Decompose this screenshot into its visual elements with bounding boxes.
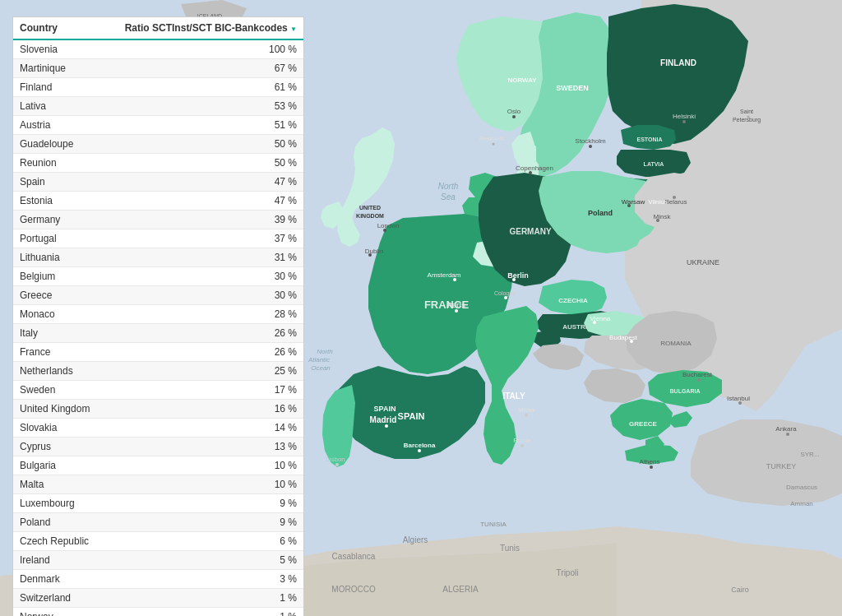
- table-cell-country: Cyprus: [13, 438, 104, 456]
- col-header-country[interactable]: Country: [13, 17, 104, 39]
- table-row: Portugal 37 %: [13, 229, 303, 248]
- svg-point-24: [589, 145, 592, 148]
- table-cell-ratio: 6 %: [104, 532, 303, 551]
- table-row: Reunion 50 %: [13, 154, 303, 173]
- table-row: Malta 10 %: [13, 475, 303, 494]
- table-cell-ratio: 16 %: [104, 400, 303, 419]
- svg-point-72: [747, 116, 750, 118]
- table-cell-ratio: 1 %: [104, 589, 303, 608]
- table-row: Slovakia 14 %: [13, 419, 303, 438]
- table-cell-country: Italy: [13, 324, 104, 343]
- table-row: Norway 1 %: [13, 608, 303, 617]
- table-cell-country: Estonia: [13, 192, 104, 211]
- table-row: Denmark 3 %: [13, 570, 303, 589]
- svg-point-58: [650, 465, 653, 469]
- table-row: Sweden 17 %: [13, 381, 303, 400]
- table-row: Estonia 47 %: [13, 192, 303, 211]
- table-row: France 26 %: [13, 343, 303, 362]
- table-cell-country: Poland: [13, 513, 104, 532]
- table-row: Netherlands 25 %: [13, 362, 303, 381]
- table-row: Monaco 28 %: [13, 305, 303, 324]
- svg-point-66: [385, 424, 388, 428]
- table-row: Guadeloupe 50 %: [13, 135, 303, 154]
- table-cell-country: Switzerland: [13, 589, 104, 608]
- data-table-container: Country Ratio SCTInst/SCT BIC-Bankcodes …: [12, 16, 304, 616]
- svg-point-40: [455, 309, 458, 313]
- table-cell-country: Germany: [13, 211, 104, 229]
- table-cell-ratio: 50 %: [104, 135, 303, 154]
- table-cell-country: France: [13, 343, 104, 362]
- table-cell-ratio: 47 %: [104, 192, 303, 211]
- svg-point-64: [418, 449, 421, 452]
- table-row: Ireland 5 %: [13, 551, 303, 570]
- table-cell-country: Netherlands: [13, 362, 104, 381]
- table-cell-ratio: 61 %: [104, 78, 303, 97]
- table-cell-ratio: 30 %: [104, 267, 303, 286]
- table-cell-ratio: 31 %: [104, 248, 303, 267]
- svg-point-28: [682, 120, 686, 123]
- table-row: Martinique 67 %: [13, 59, 303, 78]
- table-cell-country: Malta: [13, 475, 104, 494]
- col-ratio-label: Ratio SCTInst/SCT BIC-Bankcodes: [125, 22, 288, 34]
- table-cell-country: Norway: [13, 608, 104, 617]
- sort-arrow-icon: ▼: [290, 25, 297, 33]
- svg-point-62: [520, 444, 524, 447]
- table-cell-country: Reunion: [13, 154, 104, 173]
- table-cell-ratio: 47 %: [104, 173, 303, 192]
- table-cell-country: United Kingdom: [13, 400, 104, 419]
- svg-point-48: [673, 196, 676, 199]
- table-cell-country: Slovakia: [13, 419, 104, 438]
- table-cell-country: Finland: [13, 78, 104, 97]
- table-row: Switzerland 1 %: [13, 589, 303, 608]
- svg-point-54: [738, 401, 742, 405]
- svg-point-52: [697, 378, 701, 382]
- table-row: Bulgaria 10 %: [13, 456, 303, 475]
- table-cell-ratio: 26 %: [104, 343, 303, 362]
- svg-point-44: [627, 204, 631, 207]
- table-row: Slovenia 100 %: [13, 39, 303, 59]
- table-cell-country: Czech Republic: [13, 532, 104, 551]
- table-row: Germany 39 %: [13, 211, 303, 229]
- table-cell-ratio: 100 %: [104, 39, 303, 59]
- svg-point-68: [335, 463, 339, 466]
- table-row: Finland 61 %: [13, 78, 303, 97]
- table-row: Spain 47 %: [13, 173, 303, 192]
- table-row: Italy 26 %: [13, 324, 303, 343]
- table-cell-ratio: 25 %: [104, 362, 303, 381]
- table-cell-ratio: 13 %: [104, 438, 303, 456]
- table-cell-ratio: 10 %: [104, 456, 303, 475]
- table-cell-country: Guadeloupe: [13, 135, 104, 154]
- table-cell-ratio: 37 %: [104, 229, 303, 248]
- country-ratio-table: Country Ratio SCTInst/SCT BIC-Bankcodes …: [13, 17, 303, 616]
- table-row: Czech Republic 6 %: [13, 532, 303, 551]
- table-cell-country: Belgium: [13, 267, 104, 286]
- table-cell-country: Sweden: [13, 381, 104, 400]
- table-cell-country: Lithuania: [13, 248, 104, 267]
- table-row: Lativa 53 %: [13, 97, 303, 116]
- table-cell-country: Lativa: [13, 97, 104, 116]
- table-cell-country: Martinique: [13, 59, 104, 78]
- table-cell-country: Ireland: [13, 551, 104, 570]
- table-cell-country: Bulgaria: [13, 456, 104, 475]
- table-cell-ratio: 5 %: [104, 551, 303, 570]
- col-header-ratio[interactable]: Ratio SCTInst/SCT BIC-Bankcodes ▼: [104, 17, 303, 39]
- table-row: Cyprus 13 %: [13, 438, 303, 456]
- table-cell-ratio: 17 %: [104, 381, 303, 400]
- table-row: Belgium 30 %: [13, 267, 303, 286]
- svg-point-38: [504, 296, 507, 299]
- svg-point-22: [512, 115, 516, 118]
- table-cell-country: Luxembourg: [13, 494, 104, 513]
- table-cell-ratio: 9 %: [104, 513, 303, 532]
- table-row: Greece 30 %: [13, 286, 303, 305]
- table-cell-ratio: 30 %: [104, 286, 303, 305]
- svg-point-56: [786, 433, 789, 436]
- table-cell-ratio: 28 %: [104, 305, 303, 324]
- table-cell-country: Austria: [13, 116, 104, 135]
- svg-point-60: [525, 414, 528, 417]
- table-cell-country: Spain: [13, 173, 104, 192]
- table-cell-ratio: 53 %: [104, 97, 303, 116]
- table-cell-ratio: 9 %: [104, 494, 303, 513]
- table-row: Luxembourg 9 %: [13, 494, 303, 513]
- table-cell-ratio: 3 %: [104, 570, 303, 589]
- table-cell-ratio: 67 %: [104, 59, 303, 78]
